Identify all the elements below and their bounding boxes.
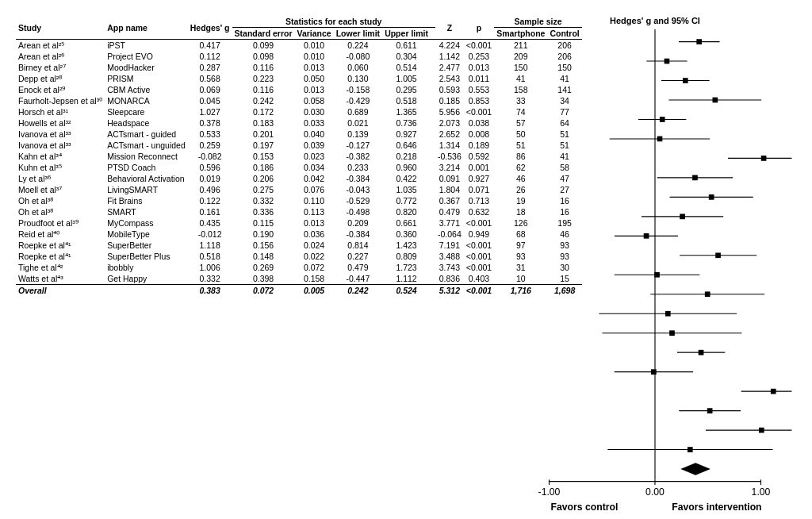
stats-group-header: Statistics for each study xyxy=(232,16,435,28)
table-area: Study App name Hedges' g Statistics for … xyxy=(16,16,508,519)
cell-p: <0.001 xyxy=(464,262,494,273)
cell-lower: 0.224 xyxy=(334,40,382,52)
cell-upper: 0.661 xyxy=(382,217,431,229)
cell-lower: -0.043 xyxy=(334,184,382,195)
forest-area: Hedges' g and 95% CI xyxy=(508,16,796,519)
cell-p: 0.253 xyxy=(464,51,494,62)
cell-var: 0.034 xyxy=(294,162,333,173)
cell-z: 1.142 xyxy=(435,51,464,62)
cell-p: 0.013 xyxy=(464,62,494,73)
cell-hedges: 0.019 xyxy=(188,173,232,184)
cell-se: 0.183 xyxy=(232,117,295,129)
cell-se: 0.206 xyxy=(232,173,295,184)
cell-app: ibobbly xyxy=(105,262,188,273)
cell-hedges: 0.161 xyxy=(188,206,232,217)
cell-z: 3.771 xyxy=(435,217,464,229)
cell-var: 0.013 xyxy=(294,84,333,95)
cell-z: 5.956 xyxy=(435,106,464,117)
cell-study: Ivanova et al³³ xyxy=(16,140,105,151)
cell-se: 0.116 xyxy=(232,62,295,73)
cell-app: ACTsmart - guided xyxy=(105,129,188,140)
cell-study: Kahn et al³⁴ xyxy=(16,151,105,162)
cell-study: Moell et al³⁷ xyxy=(16,184,105,195)
cell-study: Birney et al²⁷ xyxy=(16,62,105,73)
cell-hedges: 0.122 xyxy=(188,195,232,206)
table-row: Ivanova et al³³ ACTsmart - unguided 0.25… xyxy=(16,140,582,151)
effect-box xyxy=(683,78,688,83)
cell-var: 0.010 xyxy=(294,51,333,62)
main-container: Study App name Hedges' g Statistics for … xyxy=(16,16,796,519)
cell-hedges: 0.378 xyxy=(188,117,232,129)
cell-app: Project EVO xyxy=(105,51,188,62)
cell-se: 0.153 xyxy=(232,151,295,162)
table-row: Proudfoot et al³⁹ MyCompass 0.435 0.115 … xyxy=(16,217,582,229)
col-header-app: App name xyxy=(105,16,188,40)
effect-box xyxy=(651,369,657,375)
cell-upper: 1.112 xyxy=(382,273,431,285)
cell-upper: 0.820 xyxy=(382,206,431,217)
cell-p: <0.001 xyxy=(464,217,494,229)
cell-overall-hedges: 0.383 xyxy=(188,285,232,297)
cell-var: 0.013 xyxy=(294,62,333,73)
effect-box xyxy=(665,311,671,317)
cell-p: 0.592 xyxy=(464,151,494,162)
cell-upper: 0.422 xyxy=(382,173,431,184)
cell-study: Watts et al⁴³ xyxy=(16,273,105,285)
cell-app: PTSD Coach xyxy=(105,162,188,173)
effect-box xyxy=(771,389,776,394)
cell-study: Depp et al²⁸ xyxy=(16,73,105,84)
cell-hedges: 0.596 xyxy=(188,162,232,173)
forest-svg: -1.00 0.00 1.00 Favors control Favors in… xyxy=(514,29,796,519)
cell-var: 0.022 xyxy=(294,251,333,262)
cell-upper: 0.304 xyxy=(382,51,431,62)
cell-p: 0.927 xyxy=(464,173,494,184)
svg-text:0.00: 0.00 xyxy=(645,486,665,498)
effect-box xyxy=(709,194,714,200)
cell-var: 0.042 xyxy=(294,173,333,184)
cell-lower: -0.447 xyxy=(334,273,382,285)
cell-study: Arean et al²⁶ xyxy=(16,51,105,62)
cell-se: 0.242 xyxy=(232,95,295,106)
cell-lower: 0.814 xyxy=(334,240,382,251)
cell-study: Arean et al²⁵ xyxy=(16,40,105,52)
col-header-p: p xyxy=(464,16,494,40)
cell-hedges: 0.518 xyxy=(188,251,232,262)
cell-study: Kuhn et al³⁵ xyxy=(16,162,105,173)
effect-box xyxy=(665,59,670,64)
cell-se: 0.172 xyxy=(232,106,295,117)
table-row: Arean et al²⁶ Project EVO 0.112 0.098 0.… xyxy=(16,51,582,62)
cell-var: 0.039 xyxy=(294,140,333,151)
cell-p: 0.403 xyxy=(464,273,494,285)
table-row: Tighe et al⁴² ibobbly 1.006 0.269 0.072 … xyxy=(16,262,582,273)
effect-box xyxy=(759,428,764,433)
cell-z: 0.836 xyxy=(435,273,464,285)
effect-box xyxy=(699,350,704,356)
table-row: Depp et al²⁸ PRISM 0.568 0.223 0.050 0.1… xyxy=(16,73,582,84)
cell-app: PRISM xyxy=(105,73,188,84)
svg-text:-1.00: -1.00 xyxy=(538,486,561,498)
cell-var: 0.023 xyxy=(294,151,333,162)
table-row: Ivanova et al³³ ACTsmart - guided 0.533 … xyxy=(16,129,582,140)
table-row: Faurholt-Jepsen et al³⁰ MONARCA 0.045 0.… xyxy=(16,95,582,106)
cell-overall-app xyxy=(105,285,188,297)
cell-lower: 0.139 xyxy=(334,129,382,140)
cell-lower: 0.479 xyxy=(334,262,382,273)
cell-hedges: 1.027 xyxy=(188,106,232,117)
cell-var: 0.113 xyxy=(294,206,333,217)
cell-var: 0.040 xyxy=(294,129,333,140)
cell-app: Fit Brains xyxy=(105,195,188,206)
cell-hedges: 1.118 xyxy=(188,240,232,251)
cell-app: Mission Reconnect xyxy=(105,151,188,162)
cell-study: Roepke et al⁴¹ xyxy=(16,251,105,262)
effect-box xyxy=(696,39,702,44)
cell-upper: 0.809 xyxy=(382,251,431,262)
effect-box xyxy=(657,136,663,142)
cell-overall-var: 0.005 xyxy=(294,285,333,297)
cell-hedges: 0.568 xyxy=(188,73,232,84)
cell-overall-study: Overall xyxy=(16,285,105,297)
cell-p: 0.189 xyxy=(464,140,494,151)
svg-text:Favors control: Favors control xyxy=(551,502,619,513)
cell-var: 0.010 xyxy=(294,40,333,52)
cell-study: Proudfoot et al³⁹ xyxy=(16,217,105,229)
cell-z: 7.191 xyxy=(435,240,464,251)
